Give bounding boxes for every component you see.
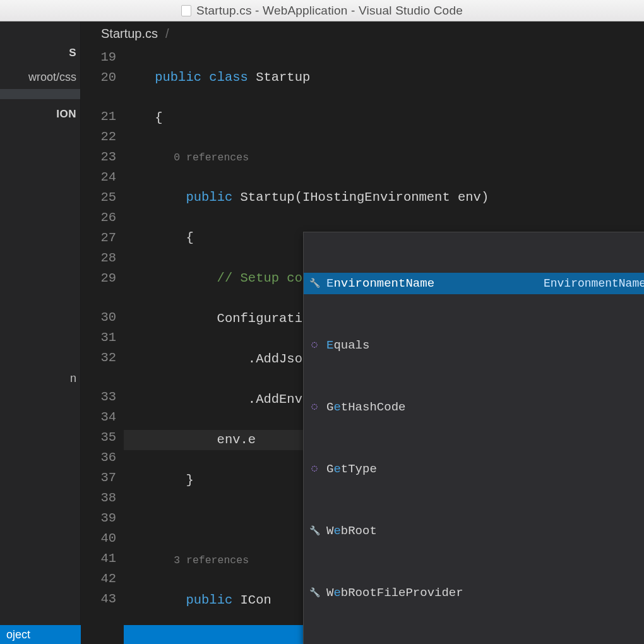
main-body: S wroot/css ION n Startup.cs / 19 20 21 … — [0, 21, 644, 625]
line-number: 19 — [81, 47, 116, 68]
suggest-item[interactable]: WebRoot — [304, 520, 644, 542]
suggest-detail: EnvironmentName — [544, 273, 644, 294]
titlebar: Startup.cs - WebApplication - Visual Stu… — [0, 0, 644, 21]
property-icon — [309, 278, 320, 289]
code-line: { — [124, 108, 644, 128]
suggest-label: GetHashCode — [326, 397, 405, 417]
sidebar-item-path[interactable]: wroot/css — [0, 66, 80, 89]
line-number: 42 — [81, 569, 116, 589]
property-icon — [309, 525, 320, 537]
codelens-references[interactable]: 0 references — [124, 148, 644, 167]
line-number: 35 — [81, 427, 116, 448]
window-title: Startup.cs - WebApplication - Visual Stu… — [196, 4, 463, 18]
suggest-label: Equals — [326, 335, 369, 355]
line-number: 37 — [81, 468, 116, 488]
line-number: 21 — [81, 107, 116, 127]
line-number: 28 — [81, 248, 116, 268]
suggest-item[interactable]: EnvironmentName EnvironmentName — [304, 273, 644, 294]
property-icon — [309, 587, 320, 599]
code-line: public class Startup — [124, 68, 644, 88]
line-number: 22 — [81, 127, 116, 147]
line-number: 41 — [81, 549, 116, 569]
sidebar-section-webapplication: ION — [0, 99, 80, 127]
app-window: Startup.cs - WebApplication - Visual Stu… — [0, 0, 644, 644]
line-gutter: 19 20 21 22 23 24 25 26 27 28 29 30 31 3… — [81, 46, 124, 644]
line-number: 23 — [81, 147, 116, 167]
line-number: 32 — [81, 348, 116, 368]
intellisense-popup[interactable]: EnvironmentName EnvironmentName Equals G… — [303, 232, 644, 644]
suggest-label: WebRootFileProvider — [326, 583, 463, 603]
method-icon — [309, 340, 320, 351]
code-line: public Startup(IHostingEnvironment env) — [124, 188, 644, 208]
sidebar-item-lower[interactable]: n — [0, 367, 80, 390]
line-number: 26 — [81, 208, 116, 228]
line-number: 20 — [81, 68, 116, 88]
editor-area: Startup.cs / 19 20 21 22 23 24 25 26 27 … — [81, 21, 644, 625]
line-number: 25 — [81, 188, 116, 208]
sidebar-section-open-editors: S — [0, 38, 80, 66]
line-number: 29 — [81, 268, 116, 289]
sidebar: S wroot/css ION n — [0, 21, 81, 625]
status-left[interactable]: oject — [6, 628, 30, 641]
line-number: 27 — [81, 228, 116, 248]
suggest-label: WebRoot — [326, 521, 377, 541]
method-icon — [309, 402, 320, 413]
line-number: 36 — [81, 448, 116, 468]
line-number: 33 — [81, 387, 116, 407]
line-number: 39 — [81, 508, 116, 528]
line-number: 24 — [81, 167, 116, 188]
line-number: 34 — [81, 407, 116, 427]
code-content[interactable]: public class Startup { 0 references publ… — [124, 46, 644, 644]
line-number: 31 — [81, 328, 116, 348]
line-number: 30 — [81, 307, 116, 328]
suggest-item[interactable]: WebRootFileProvider — [304, 582, 644, 604]
editor-tabs: Startup.cs / — [81, 21, 644, 46]
line-number: 40 — [81, 528, 116, 549]
line-number: 38 — [81, 488, 116, 508]
suggest-item[interactable]: GetType — [304, 458, 644, 480]
breadcrumb-separator: / — [163, 27, 172, 41]
suggest-label: EnvironmentName — [326, 273, 434, 294]
sidebar-item-active[interactable] — [0, 89, 80, 99]
tab-startup-cs[interactable]: Startup.cs — [96, 21, 163, 46]
suggest-item[interactable]: GetHashCode — [304, 397, 644, 418]
line-number: 43 — [81, 589, 116, 609]
suggest-item[interactable]: Equals — [304, 335, 644, 356]
file-icon — [181, 5, 191, 16]
method-icon — [309, 463, 320, 475]
suggest-label: GetType — [326, 459, 377, 479]
code-editor[interactable]: 19 20 21 22 23 24 25 26 27 28 29 30 31 3… — [81, 46, 644, 644]
